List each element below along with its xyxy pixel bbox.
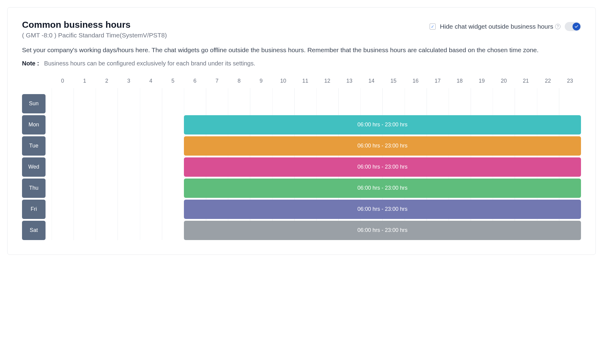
hour-tick: 12	[316, 78, 338, 88]
hour-tick: 11	[294, 78, 316, 88]
hour-tick: 19	[471, 78, 493, 88]
hour-tick: 14	[360, 78, 382, 88]
description-text: Set your company's working days/hours he…	[22, 45, 581, 55]
header-row: Common business hours ( GMT -8:0 ) Pacif…	[22, 20, 581, 39]
hour-tick: 21	[515, 78, 537, 88]
day-label-fri[interactable]: Fri	[22, 200, 46, 219]
hour-tick: 13	[338, 78, 360, 88]
schedule-row: 06:00 hrs - 23:00 hrs	[52, 221, 581, 240]
hour-tick: 15	[382, 78, 404, 88]
hours-axis: 01234567891011121314151617181920212223	[52, 78, 581, 88]
note-label: Note :	[22, 60, 39, 67]
hour-tick: 20	[493, 78, 515, 88]
schedule-row: 06:00 hrs - 23:00 hrs	[52, 179, 581, 198]
right-controls: Hide chat widget outside business hours …	[430, 20, 581, 31]
hours-bar-thu[interactable]: 06:00 hrs - 23:00 hrs	[184, 179, 581, 198]
hour-tick: 10	[272, 78, 294, 88]
schedule-rows: 06:00 hrs - 23:00 hrs06:00 hrs - 23:00 h…	[52, 94, 581, 240]
schedule-row: 06:00 hrs - 23:00 hrs	[52, 136, 581, 156]
schedule-row: 06:00 hrs - 23:00 hrs	[52, 157, 581, 177]
hide-widget-label: Hide chat widget outside business hours …	[440, 23, 560, 30]
schedule-row: 06:00 hrs - 23:00 hrs	[52, 115, 581, 135]
day-column: SunMonTueWedThuFriSat	[22, 94, 46, 240]
enable-toggle[interactable]	[565, 22, 581, 31]
hour-tick: 2	[96, 78, 118, 88]
hour-tick: 22	[537, 78, 559, 88]
hour-tick: 16	[405, 78, 427, 88]
hour-tick: 4	[140, 78, 162, 88]
day-label-mon[interactable]: Mon	[22, 115, 46, 135]
hour-tick: 1	[74, 78, 96, 88]
schedule-row	[52, 94, 581, 113]
hour-tick: 7	[206, 78, 228, 88]
hours-bar-tue[interactable]: 06:00 hrs - 23:00 hrs	[184, 136, 581, 156]
day-label-thu[interactable]: Thu	[22, 179, 46, 198]
business-hours-card: Common business hours ( GMT -8:0 ) Pacif…	[7, 7, 596, 255]
page-title: Common business hours	[22, 20, 167, 30]
check-icon	[573, 23, 580, 30]
hours-bar-mon[interactable]: 06:00 hrs - 23:00 hrs	[184, 115, 581, 135]
chart-column: 01234567891011121314151617181920212223 0…	[52, 78, 581, 240]
note-text: Business hours can be configured exclusi…	[44, 60, 255, 67]
schedule-row: 06:00 hrs - 23:00 hrs	[52, 200, 581, 219]
hide-widget-checkbox[interactable]	[430, 24, 436, 30]
hour-tick: 5	[162, 78, 184, 88]
hours-bar-fri[interactable]: 06:00 hrs - 23:00 hrs	[184, 200, 581, 219]
day-label-tue[interactable]: Tue	[22, 136, 46, 156]
hide-widget-label-text: Hide chat widget outside business hours	[440, 23, 553, 30]
note-row: Note : Business hours can be configured …	[22, 60, 581, 67]
hours-bar-sat[interactable]: 06:00 hrs - 23:00 hrs	[184, 221, 581, 240]
hour-tick: 23	[559, 78, 581, 88]
timezone-label: ( GMT -8:0 ) Pacific Standard Time(Syste…	[22, 32, 167, 39]
hour-tick: 8	[228, 78, 250, 88]
hour-tick: 18	[449, 78, 471, 88]
hour-tick: 6	[184, 78, 206, 88]
day-label-sat[interactable]: Sat	[22, 221, 46, 240]
hours-bar-wed[interactable]: 06:00 hrs - 23:00 hrs	[184, 157, 581, 177]
hour-tick: 3	[118, 78, 140, 88]
title-block: Common business hours ( GMT -8:0 ) Pacif…	[22, 20, 167, 39]
day-label-wed[interactable]: Wed	[22, 157, 46, 177]
hour-tick: 17	[427, 78, 449, 88]
timeline-container: SunMonTueWedThuFriSat 012345678910111213…	[22, 78, 581, 240]
hour-tick: 0	[52, 78, 74, 88]
help-icon[interactable]: ?	[555, 24, 560, 29]
day-label-sun[interactable]: Sun	[22, 94, 46, 113]
hour-tick: 9	[250, 78, 272, 88]
